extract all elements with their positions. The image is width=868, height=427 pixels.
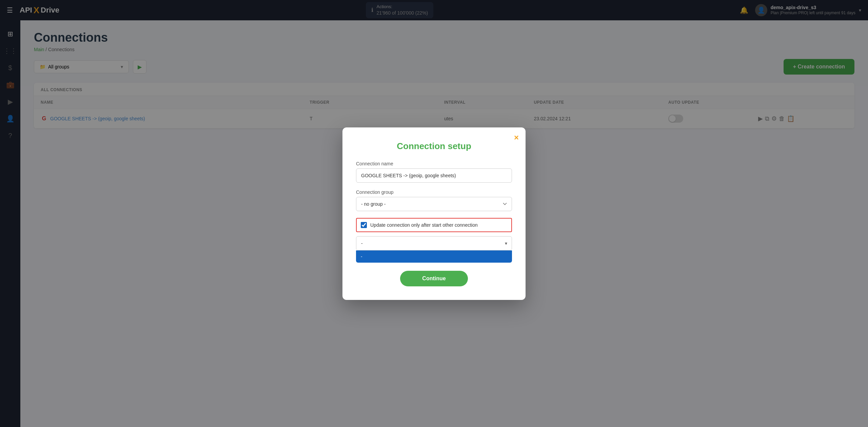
modal-close-button[interactable]: × [514,133,519,142]
connection-name-group: Connection name [356,161,512,183]
connection-name-input[interactable] [356,168,512,183]
checkbox-row: Update connection only after start other… [356,218,512,232]
connection-name-label: Connection name [356,161,512,166]
modal-title: Connection setup [356,141,512,151]
continue-button[interactable]: Continue [400,271,468,286]
modal: × Connection setup Connection name Conne… [342,127,526,300]
dropdown-open-item[interactable]: - [356,250,512,263]
modal-overlay: × Connection setup Connection name Conne… [0,0,868,427]
connection-group-label: Connection group [356,189,512,195]
connection-dropdown-select[interactable]: - [356,236,512,250]
connection-group-form-group: Connection group - no group - [356,189,512,211]
connection-group-select[interactable]: - no group - [356,197,512,211]
checkbox-label: Update connection only after start other… [370,222,478,228]
connection-dropdown-wrapper: - ▾ [356,236,512,250]
update-after-checkbox[interactable] [361,222,367,228]
